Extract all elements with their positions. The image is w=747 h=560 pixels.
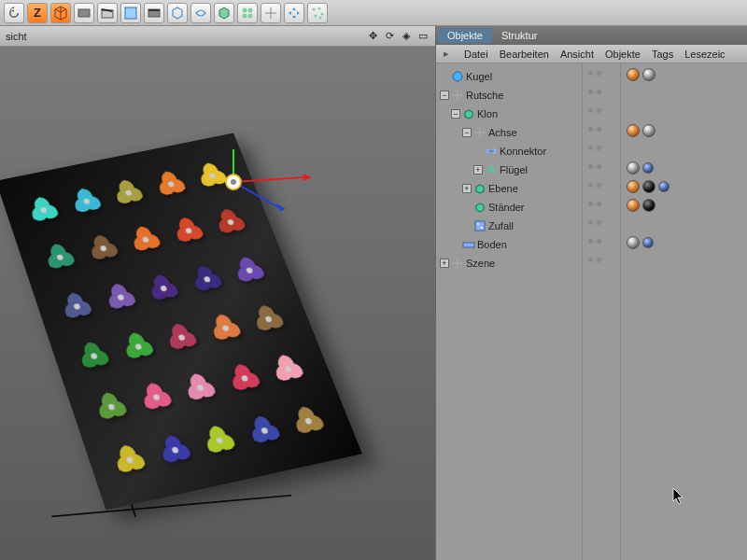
objects-panel: Objekte Struktur ▸ Datei Bearbeiten Ansi… — [435, 26, 747, 560]
tree-row[interactable]: −Achse — [438, 123, 580, 142]
array-cube-button[interactable] — [214, 3, 234, 23]
mouse-cursor — [672, 487, 687, 506]
tree-row[interactable]: +Flügel — [438, 161, 580, 179]
object-label: Klon — [477, 108, 498, 119]
tree-row[interactable]: Ständer — [438, 198, 580, 217]
material-tag[interactable] — [642, 199, 655, 212]
material-tag[interactable] — [627, 68, 640, 81]
material-tag[interactable] — [627, 124, 640, 137]
expand-toggle[interactable]: − — [451, 109, 460, 119]
menu-arrow-icon[interactable]: ▸ — [444, 48, 453, 60]
material-tag[interactable] — [658, 181, 669, 192]
svg-point-66 — [453, 72, 462, 81]
zoom-icon[interactable]: ◈ — [400, 30, 413, 43]
svg-rect-0 — [78, 9, 90, 17]
visibility-dots[interactable] — [583, 138, 620, 157]
tree-row[interactable]: +Szene — [438, 254, 580, 273]
tree-row[interactable]: +Ebene — [438, 179, 580, 198]
svg-point-71 — [477, 223, 479, 225]
tree-row[interactable]: Zufall — [438, 217, 580, 235]
tree-row[interactable]: −Rutsche — [438, 86, 580, 105]
expand-toggle[interactable]: − — [462, 128, 472, 137]
tab-objekte[interactable]: Objekte — [438, 28, 492, 43]
tab-struktur[interactable]: Struktur — [492, 28, 547, 43]
object-label: Szene — [466, 258, 495, 269]
tree-row[interactable]: Konnektor — [438, 142, 580, 161]
expand-toggle[interactable]: − — [440, 91, 449, 100]
menu-bearbeiten[interactable]: Bearbeiten — [500, 49, 549, 60]
tag-row — [623, 196, 745, 215]
material-tag[interactable] — [642, 68, 655, 81]
tool-button-3[interactable] — [144, 3, 164, 23]
material-tag[interactable] — [627, 199, 640, 212]
tag-row — [623, 215, 745, 233]
frame-icon[interactable]: ▭ — [416, 30, 430, 43]
object-label: Achse — [488, 127, 517, 138]
material-tag[interactable] — [627, 180, 640, 193]
tool-button-2[interactable] — [120, 3, 141, 23]
tree-row[interactable]: Boden — [438, 235, 580, 254]
rotate-icon[interactable]: ⟳ — [383, 30, 396, 43]
move-icon[interactable]: ✥ — [366, 30, 379, 43]
svg-point-13 — [319, 16, 322, 19]
svg-point-9 — [313, 7, 316, 10]
material-tag[interactable] — [642, 237, 654, 248]
object-tree[interactable]: Kugel−Rutsche−Klon−AchseKonnektor+Flügel… — [436, 63, 582, 560]
material-tag[interactable] — [642, 162, 654, 174]
menu-tags[interactable]: Tags — [652, 49, 673, 60]
expand-button[interactable] — [284, 3, 304, 23]
object-label: Zufall — [488, 220, 514, 231]
visibility-dots[interactable] — [583, 119, 620, 138]
visibility-dots[interactable] — [583, 213, 620, 231]
main-toolbar: Z — [0, 0, 747, 26]
tool-button[interactable] — [74, 3, 94, 23]
material-tag[interactable] — [642, 180, 655, 193]
clapper-button[interactable] — [97, 3, 118, 23]
material-tag[interactable] — [627, 236, 640, 249]
undo-button[interactable] — [4, 3, 24, 23]
viewport-scene[interactable] — [0, 47, 435, 560]
tag-row — [623, 159, 745, 177]
cluster-button[interactable] — [237, 3, 258, 23]
expand-toggle[interactable]: + — [440, 259, 449, 268]
object-label: Ebene — [488, 183, 518, 194]
viewport[interactable]: sicht ✥ ⟳ ◈ ▭ — [0, 26, 435, 560]
menu-ansicht[interactable]: Ansicht — [560, 49, 594, 60]
tag-row — [623, 121, 745, 140]
particles-button[interactable] — [307, 3, 328, 23]
tree-row[interactable]: Kugel — [438, 67, 580, 86]
svg-point-5 — [243, 7, 247, 12]
svg-rect-4 — [148, 9, 160, 11]
visibility-dots[interactable] — [583, 101, 620, 119]
tool-button-4[interactable] — [261, 3, 281, 23]
visibility-dots[interactable] — [583, 175, 620, 194]
wireframe-cube-button[interactable] — [167, 3, 188, 23]
visibility-dots[interactable] — [583, 63, 620, 82]
tag-row — [623, 103, 745, 121]
menu-datei[interactable]: Datei — [464, 49, 488, 60]
visibility-dots[interactable] — [583, 82, 620, 101]
object-label: Flügel — [500, 164, 528, 175]
viewport-header: sicht ✥ ⟳ ◈ ▭ — [0, 26, 435, 47]
axis-gizmo[interactable] — [205, 149, 317, 243]
material-tag[interactable] — [642, 124, 655, 137]
visibility-dots[interactable] — [583, 250, 620, 269]
cube-tool-button[interactable] — [50, 3, 71, 23]
material-tag[interactable] — [627, 161, 640, 175]
z-axis-button[interactable]: Z — [27, 3, 48, 23]
visibility-dots[interactable] — [583, 194, 620, 213]
tree-row[interactable]: −Klon — [438, 105, 580, 123]
visibility-dots[interactable] — [583, 157, 620, 175]
tag-row — [623, 233, 745, 252]
expand-toggle[interactable]: + — [473, 165, 483, 175]
svg-point-7 — [243, 13, 247, 18]
visibility-dots[interactable] — [583, 231, 620, 250]
menu-objekte[interactable]: Objekte — [605, 49, 641, 60]
svg-point-72 — [481, 227, 483, 229]
menu-lesezeichen[interactable]: Lesezeic — [684, 49, 725, 60]
svg-point-10 — [318, 7, 321, 9]
expand-toggle[interactable]: + — [462, 184, 472, 193]
view-label: sicht — [6, 31, 27, 42]
tag-row — [623, 65, 745, 84]
deform-button[interactable] — [190, 3, 211, 23]
